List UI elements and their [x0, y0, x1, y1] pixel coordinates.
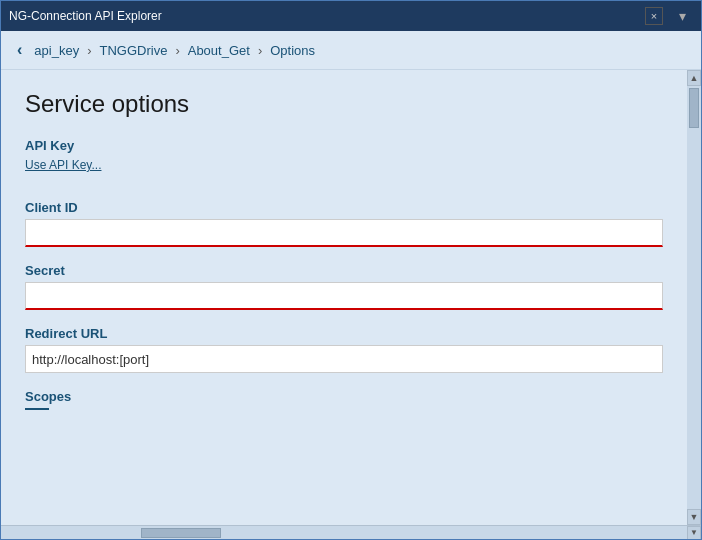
scroll-right-button[interactable]: ▼	[687, 526, 701, 540]
scroll-up-button[interactable]: ▲	[687, 70, 701, 86]
page-title: Service options	[25, 90, 663, 118]
breadcrumb-tngdrive[interactable]: TNGGDrive	[99, 43, 167, 58]
main-panel: ‹ api_key › TNGGDrive › About_Get › Opti…	[1, 31, 701, 539]
close-icon: ×	[651, 10, 657, 22]
content-area: ‹ api_key › TNGGDrive › About_Get › Opti…	[1, 31, 701, 539]
redirect-url-input[interactable]	[25, 345, 663, 373]
dropdown-button[interactable]: ▾	[671, 5, 693, 27]
scopes-label: Scopes	[25, 389, 663, 404]
vertical-scrollbar: ▲ ▼	[687, 70, 701, 525]
horizontal-scrollbar: ▼	[1, 525, 701, 539]
secret-label: Secret	[25, 263, 663, 278]
window-title: NG-Connection API Explorer	[9, 9, 645, 23]
scopes-section: Scopes	[25, 389, 663, 410]
title-bar: NG-Connection API Explorer × ▾	[1, 1, 701, 31]
api-key-label: API Key	[25, 138, 663, 153]
breadcrumb-about-get[interactable]: About_Get	[188, 43, 250, 58]
redirect-url-section: Redirect URL	[25, 326, 663, 373]
client-id-input[interactable]	[25, 219, 663, 247]
scroll-thumb[interactable]	[689, 88, 699, 128]
breadcrumb-services[interactable]: api_key	[34, 43, 79, 58]
use-api-key-link[interactable]: Use API Key...	[25, 158, 101, 172]
close-button[interactable]: ×	[645, 7, 663, 25]
h-scroll-thumb[interactable]	[141, 528, 221, 538]
breadcrumb-options[interactable]: Options	[270, 43, 315, 58]
back-button[interactable]: ‹	[17, 41, 22, 59]
breadcrumb-sep-3: ›	[258, 43, 262, 58]
breadcrumb-bar: ‹ api_key › TNGGDrive › About_Get › Opti…	[1, 31, 701, 70]
api-key-section: API Key Use API Key...	[25, 138, 663, 184]
dropdown-icon: ▾	[679, 8, 686, 24]
scopes-underline	[25, 408, 49, 410]
client-id-section: Client ID	[25, 200, 663, 247]
client-id-label: Client ID	[25, 200, 663, 215]
scroll-down-button[interactable]: ▼	[687, 509, 701, 525]
scrollable-content: Service options API Key Use API Key... C…	[1, 70, 687, 525]
redirect-url-label: Redirect URL	[25, 326, 663, 341]
breadcrumb-sep-1: ›	[87, 43, 91, 58]
breadcrumb-sep-2: ›	[175, 43, 179, 58]
main-window: NG-Connection API Explorer × ▾ ‹ api_key…	[0, 0, 702, 540]
secret-section: Secret	[25, 263, 663, 310]
h-scroll-track	[1, 526, 687, 540]
secret-input[interactable]	[25, 282, 663, 310]
